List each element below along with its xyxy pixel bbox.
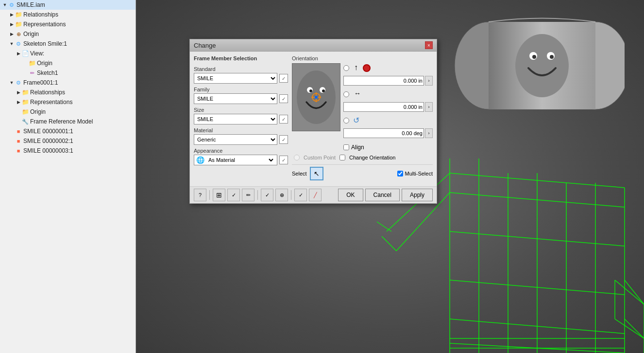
size-row: SMILE ✓ [194, 114, 288, 124]
material-check[interactable]: ✓ [279, 135, 288, 144]
expand-frame-ref[interactable] [16, 119, 21, 124]
horiz-arrow-icon: ↔ [351, 89, 364, 99]
select-label: Select [292, 171, 307, 176]
expand-relationships[interactable]: ▶ [9, 12, 15, 18]
dialog-close-button[interactable]: × [425, 41, 433, 49]
toolbar-btn-4[interactable]: ✏ [242, 189, 254, 201]
svg-point-7 [532, 55, 536, 59]
tree-view[interactable]: ▶ 📄 View: [14, 49, 136, 58]
expand-skeleton[interactable]: ▼ [9, 41, 15, 47]
expand-rel-frame[interactable]: ▶ [16, 89, 21, 95]
orient-val1-arrow[interactable]: › [425, 76, 433, 86]
appearance-check[interactable]: ✓ [279, 156, 288, 164]
expand-view[interactable]: ▶ [16, 51, 21, 56]
tree-representations[interactable]: ▶ 📁 Representations [7, 19, 136, 29]
expand-origin[interactable]: ▶ [9, 31, 15, 37]
expand-sketch1[interactable] [22, 70, 28, 76]
standard-select[interactable]: SMILE [194, 73, 277, 84]
tree-skeleton[interactable]: ▼ ⚙ Skeleton Smile:1 [7, 39, 136, 49]
appearance-select[interactable]: As Material [206, 157, 275, 163]
change-orient-checkbox[interactable] [339, 155, 345, 160]
orientation-label: Orientation [292, 55, 433, 61]
origin-icon: ⊕ [15, 30, 22, 38]
help-button[interactable]: ? [194, 189, 206, 201]
tree-sketch1[interactable]: ✏ Sketch1 [20, 68, 136, 78]
expand-root[interactable]: ▼ [2, 2, 8, 8]
expand-origin-frame[interactable] [16, 109, 21, 115]
tree-frame-ref[interactable]: 🔧 Frame Reference Model [14, 117, 136, 126]
svg-line-31 [625, 319, 644, 338]
origin-skeleton-label: Origin [37, 60, 52, 67]
relationships-icon: 📁 [15, 11, 22, 18]
frame0001-label: Frame0001:1 [23, 79, 58, 86]
tree-origin-skeleton[interactable]: 📁 Origin [20, 58, 136, 68]
select-cursor-button[interactable]: ↖ [310, 167, 323, 180]
family-label: Family [194, 87, 288, 92]
multiselect-checkbox[interactable] [397, 171, 403, 176]
size-check[interactable]: ✓ [279, 115, 288, 124]
orient-radio-3[interactable] [343, 118, 349, 124]
tree-relationships[interactable]: ▶ 📁 Relationships [7, 10, 136, 19]
origin-skel-icon: 📁 [28, 59, 36, 67]
size-label: Size [194, 107, 288, 113]
tree-origin[interactable]: ▶ ⊕ Origin [7, 29, 136, 39]
orient-val3-arrow[interactable]: › [425, 128, 433, 138]
skeleton-label: Skeleton Smile:1 [23, 40, 67, 47]
orient-row2: ↔ [343, 89, 433, 99]
toolbar-btn-7[interactable]: ✓ [294, 189, 307, 201]
orient-radio-2[interactable] [343, 91, 349, 97]
tree-root[interactable]: ▼ ⚙ SMILE.iam [0, 0, 136, 10]
align-checkbox[interactable] [343, 144, 349, 150]
select-left: Select ↖ [292, 167, 323, 180]
smiley-preview [292, 63, 340, 131]
view-icon: 📄 [21, 50, 29, 57]
size-select[interactable]: SMILE [194, 114, 277, 124]
expand-frame0001[interactable]: ▼ [9, 80, 15, 86]
orient-val2-input[interactable] [343, 102, 424, 112]
custom-point-radio[interactable] [294, 155, 300, 160]
change-dialog: Change × Frame Member Selection Standard… [189, 39, 437, 204]
toolbar-btn-6[interactable]: ⊕ [275, 189, 288, 201]
toolbar-btn-5[interactable]: ✓ [261, 189, 273, 201]
svg-point-4 [515, 34, 569, 97]
smile1-label: SMILE 00000001:1 [23, 128, 73, 135]
tree-smile2[interactable]: ■ SMILE 00000002:1 [7, 136, 136, 146]
toolbar-btn-2[interactable]: ⊞ [213, 189, 225, 201]
skeleton-icon: ⚙ [15, 40, 22, 48]
ok-button[interactable]: OK [338, 189, 363, 201]
tree-representations-frame[interactable]: ▶ 📁 Representations [14, 97, 136, 107]
tree-smile3[interactable]: ■ SMILE 00000003:1 [7, 146, 136, 156]
orient-val3-input[interactable] [343, 128, 424, 138]
svg-line-29 [615, 319, 644, 338]
tree-frame0001[interactable]: ▼ ⚙ Frame0001:1 [7, 78, 136, 88]
tree-relationships-frame[interactable]: ▶ 📁 Relationships [14, 88, 136, 97]
toolbar-sep-1 [209, 190, 210, 200]
expand-smile1[interactable] [9, 128, 15, 134]
family-select[interactable]: SMILE [194, 93, 277, 104]
orient-val1-input[interactable] [343, 76, 424, 86]
svg-point-38 [322, 89, 325, 92]
tree-smile1[interactable]: ■ SMILE 00000001:1 [7, 126, 136, 136]
expand-representations[interactable]: ▶ [9, 21, 15, 27]
toolbar-btn-8[interactable]: ╱ [309, 189, 322, 201]
dialog-titlebar: Change × [190, 39, 437, 52]
repr-frame-icon: 📁 [21, 98, 29, 106]
standard-check[interactable]: ✓ [279, 74, 288, 83]
apply-button[interactable]: Apply [402, 189, 433, 201]
standard-label: Standard [194, 66, 288, 72]
smiley-svg [294, 66, 338, 129]
tree-origin-frame[interactable]: 📁 Origin [14, 107, 136, 117]
expand-origin-skel[interactable] [22, 60, 28, 66]
material-select[interactable]: Generic [194, 134, 277, 145]
orient-val1-row: › [343, 76, 433, 86]
expand-smile3[interactable] [9, 148, 15, 154]
toolbar-sep-2 [257, 190, 258, 200]
toolbar-btn-3[interactable]: ✓ [227, 189, 240, 201]
cancel-button[interactable]: Cancel [365, 189, 400, 201]
orient-val2-arrow[interactable]: › [425, 102, 433, 112]
family-check[interactable]: ✓ [279, 94, 288, 103]
expand-repr-frame[interactable]: ▶ [16, 99, 21, 105]
expand-smile2[interactable] [9, 138, 15, 144]
relationships-label: Relationships [23, 11, 58, 18]
orient-radio-1[interactable] [343, 65, 349, 71]
